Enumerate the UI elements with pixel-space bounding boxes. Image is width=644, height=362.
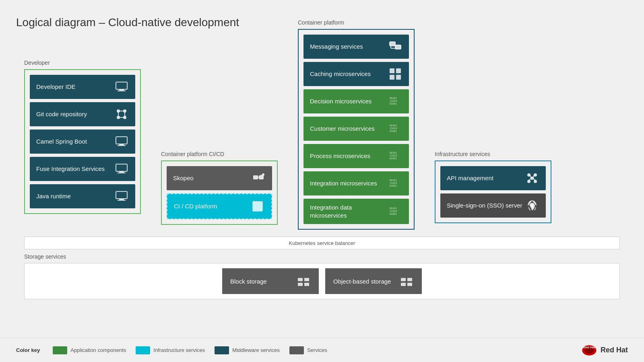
legend-middleware-services: Middleware services: [215, 346, 280, 354]
svg-rect-58: [298, 278, 303, 281]
svg-rect-26: [390, 42, 395, 46]
card-label: Customer microservices: [310, 125, 388, 133]
svg-line-57: [533, 179, 535, 180]
card-git-repo: Git code repository: [30, 102, 135, 126]
svg-rect-30: [390, 68, 394, 73]
svg-text:01001: 01001: [390, 184, 397, 187]
card-cicd-platform: CI / CD platform: [167, 193, 272, 219]
messaging-icon: [388, 39, 402, 54]
svg-line-54: [530, 175, 531, 178]
svg-text:00101: 00101: [390, 179, 397, 181]
infra-label: Infrastructure services: [435, 151, 551, 157]
card-label: Decision microservices: [310, 97, 388, 105]
svg-rect-64: [401, 283, 406, 286]
grid4-icon: [388, 67, 402, 81]
developer-section: Developer Developer IDE Git code reposit…: [24, 60, 141, 214]
cicd-section: Container platform CI/CD Skopeo CI / CD …: [161, 151, 278, 225]
object-storage-icon: [399, 274, 414, 288]
card-java-runtime: Java runtime: [30, 184, 135, 208]
developer-box: Developer IDE Git code repository Camel …: [24, 69, 141, 214]
svg-rect-61: [304, 283, 309, 286]
binary-icon2: 00101 11010 01001: [388, 121, 402, 136]
svg-rect-31: [396, 68, 401, 73]
svg-point-6: [124, 116, 126, 119]
svg-rect-18: [119, 199, 124, 200]
svg-text:Red Hat: Red Hat: [583, 346, 596, 349]
card-label: CI / CD platform: [174, 202, 250, 210]
svg-rect-19: [118, 200, 126, 201]
app-swatch: [53, 346, 67, 354]
legend-services-label: Services: [307, 347, 327, 353]
developer-label: Developer: [24, 60, 141, 66]
card-decision-microservices: Decision microservices 00101 11010 01001: [303, 89, 409, 113]
card-messaging-services: Messaging services: [303, 35, 409, 59]
svg-point-53: [531, 177, 533, 179]
card-label: Developer IDE: [36, 83, 114, 91]
svg-rect-17: [116, 191, 127, 199]
svg-text:01001: 01001: [390, 102, 397, 105]
redhat-text: Red Hat: [601, 346, 628, 354]
dashed-box-icon: [250, 199, 265, 214]
card-fuse-integration: Fuse Integration Services: [30, 157, 135, 181]
svg-text:01001: 01001: [390, 212, 397, 215]
svg-rect-11: [116, 137, 127, 144]
svg-rect-21: [259, 176, 263, 179]
svg-rect-32: [390, 75, 394, 80]
svg-rect-14: [116, 164, 127, 171]
svg-rect-20: [254, 176, 258, 179]
svg-text:00101: 00101: [390, 124, 397, 127]
svg-point-52: [534, 180, 537, 183]
container-platform-section: Container platform Messaging services Ca…: [298, 19, 415, 230]
binary-icon: 00101 11010 01001: [388, 94, 402, 109]
legend-app-components: Application components: [53, 346, 126, 354]
svg-rect-27: [395, 45, 401, 49]
svg-rect-12: [119, 144, 124, 145]
svg-text:11010: 11010: [390, 154, 397, 157]
svg-line-56: [529, 179, 531, 180]
svg-point-5: [117, 116, 120, 119]
svg-point-49: [528, 174, 530, 176]
container-platform-box: Messaging services Caching microservices: [298, 29, 415, 230]
card-object-storage: Object-based storage: [325, 268, 422, 294]
page-title: Logical diagram – Cloud-native developme…: [16, 16, 239, 29]
binary-icon5: 00101 11010 01001: [388, 204, 402, 219]
svg-rect-33: [396, 75, 401, 80]
binary-icon3: 00101 11010 01001: [388, 149, 402, 163]
svg-rect-63: [407, 278, 412, 281]
legend-infra-label: Infrastructure services: [153, 347, 205, 353]
storage-icon: [296, 274, 311, 288]
infra-swatch: [136, 346, 150, 354]
card-camel-spring: Camel Spring Boot: [30, 130, 135, 154]
svg-rect-13: [118, 145, 126, 146]
card-process-microservices: Process microservices 00101 11010 01001: [303, 144, 409, 168]
svg-rect-1: [119, 89, 124, 90]
binary-icon4: 00101 11010 01001: [388, 176, 402, 191]
card-integration-data-microservices: Integration data microservices 00101 110…: [303, 199, 409, 224]
card-label: Process microservices: [310, 152, 388, 160]
block-storage-label: Block storage: [230, 278, 267, 285]
cicd-box: Skopeo CI / CD platform: [161, 160, 278, 225]
card-label: Skopeo: [173, 174, 251, 182]
monitor-icon: [114, 80, 129, 94]
kubernetes-bar: Kubernetes service balancer: [24, 237, 620, 249]
svg-rect-62: [401, 278, 406, 281]
card-label: Git code repository: [36, 110, 114, 118]
svg-text:00101: 00101: [390, 207, 397, 210]
monitor-icon3: [114, 162, 129, 176]
svg-rect-15: [119, 171, 124, 173]
color-key-label: Color key: [16, 347, 40, 353]
object-storage-label: Object-based storage: [333, 278, 391, 285]
infra-box: API management Single-sign-on (SSO) serv…: [435, 160, 551, 223]
svg-point-24: [262, 174, 264, 175]
container-platform-label: Container platform: [298, 19, 415, 26]
k8s-label: Kubernetes service balancer: [289, 240, 355, 246]
legend-middleware-label: Middleware services: [232, 347, 280, 353]
card-caching-microservices: Caching microservices: [303, 62, 409, 86]
card-skopeo: Skopeo: [167, 166, 272, 190]
legend-services: Services: [289, 346, 327, 354]
card-sso-server: Single-sign-on (SSO) server: [440, 193, 546, 218]
svg-rect-0: [116, 82, 127, 89]
svg-point-4: [124, 110, 126, 112]
infra-section: Infrastructure services API management: [435, 151, 551, 223]
svg-text:00101: 00101: [390, 151, 397, 154]
